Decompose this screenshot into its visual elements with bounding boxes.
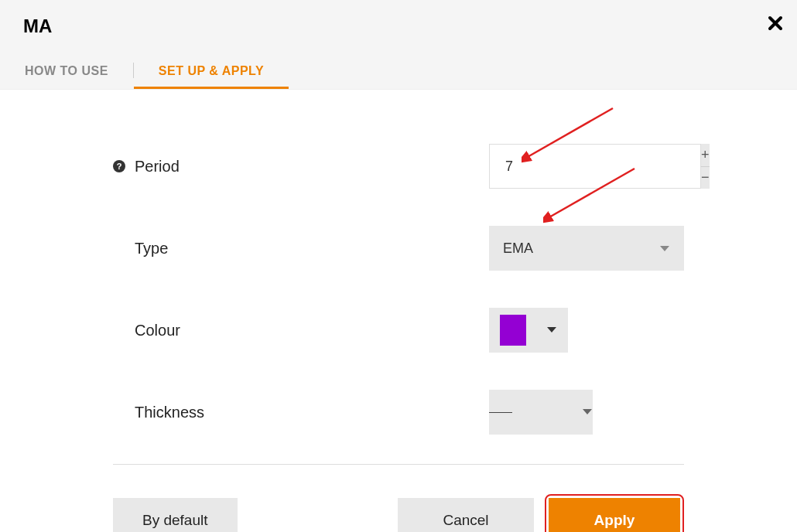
thickness-select[interactable] xyxy=(489,390,593,435)
period-input-wrap: + − xyxy=(489,144,684,189)
row-thickness: Thickness xyxy=(113,371,684,453)
tab-set-up-apply[interactable]: SET UP & APPLY xyxy=(134,64,289,89)
by-default-button[interactable]: By default xyxy=(113,498,238,532)
chevron-down-icon xyxy=(546,323,557,337)
thickness-sample xyxy=(489,412,512,413)
dialog-title: MA xyxy=(23,15,52,37)
row-colour: Colour xyxy=(113,289,684,371)
chevron-down-icon xyxy=(582,405,593,419)
form-content: ? Period + − Type EMA xyxy=(0,90,797,532)
type-select[interactable]: EMA xyxy=(489,226,684,271)
colour-label: Colour xyxy=(135,322,180,339)
row-type: Type EMA xyxy=(113,207,684,289)
buttons-row: By default Cancel Apply xyxy=(113,476,684,532)
close-icon xyxy=(768,15,783,31)
row-period: ? Period + − xyxy=(113,90,684,207)
type-value: EMA xyxy=(503,240,533,257)
cancel-button[interactable]: Cancel xyxy=(398,498,534,532)
divider xyxy=(113,464,684,465)
period-label: Period xyxy=(135,158,180,176)
tab-how-to-use[interactable]: HOW TO USE xyxy=(0,64,133,89)
tabs: HOW TO USE SET UP & APPLY xyxy=(0,63,289,89)
dialog-header: MA HOW TO USE SET UP & APPLY xyxy=(0,0,797,90)
period-input[interactable] xyxy=(489,144,700,189)
apply-highlight: Apply xyxy=(545,494,684,532)
chevron-down-icon xyxy=(659,240,670,257)
close-button[interactable] xyxy=(768,15,783,34)
period-step-up[interactable]: + xyxy=(700,144,710,167)
type-label: Type xyxy=(135,240,168,257)
thickness-label: Thickness xyxy=(135,404,204,421)
colour-swatch xyxy=(500,315,526,346)
apply-button[interactable]: Apply xyxy=(549,498,680,532)
help-icon[interactable]: ? xyxy=(113,160,125,172)
colour-select[interactable] xyxy=(489,308,568,353)
period-stepper: + − xyxy=(700,144,710,189)
period-step-down[interactable]: − xyxy=(700,167,710,189)
